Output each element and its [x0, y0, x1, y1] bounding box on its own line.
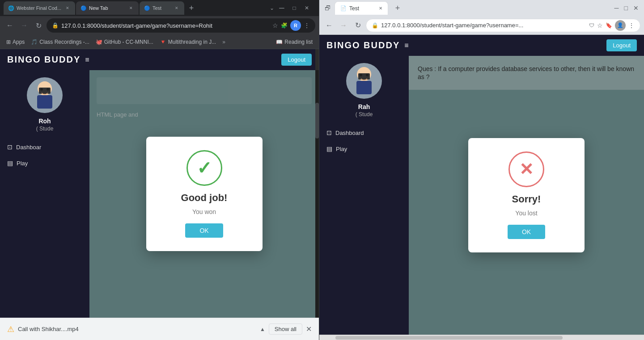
right-dashboard-icon: ⊡: [326, 129, 332, 136]
tab-webster[interactable]: 🌐 Webster Final Cod... ✕: [4, 1, 75, 15]
svg-rect-1: [37, 95, 52, 109]
svg-point-11: [366, 74, 369, 76]
error-circle-icon: ✕: [508, 151, 544, 187]
new-tab-button[interactable]: +: [185, 2, 198, 14]
github-label: GitHub - CC-MNNI...: [104, 39, 153, 45]
reading-list-label: Reading list: [284, 39, 313, 45]
left-modal-ok-button[interactable]: OK: [185, 223, 223, 238]
right-tab-close-icon[interactable]: ✕: [379, 6, 382, 11]
right-modal-subtitle: You lost: [515, 210, 537, 217]
tab-favicon-webster: 🌐: [8, 5, 14, 11]
right-user-role: ( Stude: [356, 111, 373, 118]
window-minimize-button[interactable]: ─: [277, 3, 287, 13]
download-expand-icon[interactable]: ▲: [260, 326, 265, 332]
window-maximize-button[interactable]: □: [289, 3, 299, 13]
class-recordings-label: Class Recordings -...: [39, 39, 89, 45]
back-button[interactable]: ←: [4, 19, 16, 32]
right-play-icon: ▤: [326, 145, 332, 152]
tab-close-newtab[interactable]: ✕: [128, 5, 134, 11]
tab-test[interactable]: 🔵 Test ✕: [140, 1, 184, 15]
right-browser-menu-icon[interactable]: ⋮: [628, 22, 635, 29]
github-bookmark[interactable]: 🐙 GitHub - CC-MNNI...: [93, 38, 156, 46]
svg-point-4: [40, 88, 43, 91]
left-sidebar-play[interactable]: ▤ Play: [0, 155, 89, 171]
right-profile-avatar[interactable]: 👤: [615, 20, 626, 31]
class-recordings-bookmark[interactable]: 🎵 Class Recordings -...: [28, 38, 92, 46]
reading-list-icon: 📖: [276, 39, 283, 45]
download-file-name: Call with Shikhar....mp4: [18, 326, 256, 332]
class-recordings-icon: 🎵: [31, 39, 38, 45]
right-minimize-button[interactable]: ─: [614, 4, 619, 12]
multithreading-icon: 🔻: [160, 39, 166, 45]
tab-newtab[interactable]: 🔵 New Tab ✕: [76, 1, 139, 15]
left-modal: ✓ Good job! You won OK: [146, 137, 263, 251]
left-modal-subtitle: You won: [192, 208, 216, 215]
window-close-button[interactable]: ✕: [302, 3, 312, 13]
right-sidebar-play[interactable]: ▤ Play: [319, 141, 409, 157]
play-label: Play: [17, 160, 28, 167]
right-modal: ✕ Sorry! You lost OK: [468, 138, 585, 252]
svg-point-5: [47, 88, 49, 91]
bookmarks-more-button[interactable]: »: [220, 38, 228, 46]
left-app-title: BINGO BUDDY: [7, 55, 80, 65]
right-reload-button[interactable]: ↻: [352, 19, 364, 32]
right-tab[interactable]: 📄 Test ✕: [335, 1, 388, 15]
right-avatar: [346, 63, 382, 99]
window-controls-left: ⌄ ─ □ ✕: [270, 3, 312, 13]
tab-favicon-newtab: 🔵: [80, 5, 87, 11]
reading-list-button[interactable]: 📖 Reading list: [273, 38, 315, 46]
left-menu-bars-icon[interactable]: ≡: [85, 56, 89, 64]
github-icon: 🐙: [96, 39, 102, 45]
right-forward-button[interactable]: →: [337, 19, 350, 32]
tab-title-webster: Webster Final Cod...: [17, 5, 62, 11]
tab-title-test: Test: [153, 5, 171, 11]
right-modal-ok-button[interactable]: OK: [508, 225, 545, 239]
play-icon: ▤: [7, 160, 13, 167]
tab-favicon-test: 🔵: [144, 5, 150, 11]
star-icon[interactable]: ☆: [272, 22, 278, 29]
right-url-text: 127.0.0.1:8000/student/start-game/game?u…: [381, 22, 586, 29]
right-user-name: Rah: [358, 103, 370, 110]
right-sidebar-dashboard[interactable]: ⊡ Dashboard: [319, 125, 409, 141]
right-star-icon[interactable]: ☆: [597, 22, 603, 29]
url-text: 127.0.0.1:8000/student/start-game/game?u…: [61, 22, 270, 29]
tab-close-webster[interactable]: ✕: [64, 5, 71, 11]
lock-icon: 🔒: [52, 22, 59, 29]
right-horizontal-scrollbar[interactable]: [319, 335, 644, 340]
right-window-icon: 🗗: [325, 4, 331, 12]
right-back-button[interactable]: ←: [323, 19, 335, 32]
right-modal-overlay: ✕ Sorry! You lost OK: [409, 56, 644, 335]
right-lock-icon: 🔒: [372, 22, 378, 29]
download-close-icon[interactable]: ✕: [306, 325, 312, 333]
browser-menu-icon[interactable]: ⋮: [304, 22, 310, 29]
reload-button[interactable]: ↻: [32, 19, 45, 32]
left-avatar: [27, 77, 63, 113]
multithreading-label: Multithreading in J...: [168, 39, 216, 45]
right-new-tab-button[interactable]: +: [392, 2, 403, 14]
profile-avatar[interactable]: R: [290, 20, 301, 31]
address-bar[interactable]: 🔒 127.0.0.1:8000/student/start-game/game…: [47, 18, 315, 33]
right-bookmark-icon[interactable]: 🔖: [606, 22, 612, 29]
forward-button[interactable]: →: [18, 19, 30, 32]
download-warning-icon: ⚠: [7, 324, 14, 334]
apps-bookmark[interactable]: ⊞ Apps: [4, 38, 27, 46]
right-dashboard-label: Dashboard: [335, 130, 364, 136]
left-modal-title: Good job!: [181, 192, 228, 204]
right-logout-button[interactable]: Logout: [606, 39, 637, 51]
right-app-title: BINGO BUDDY: [326, 40, 400, 50]
extension-icon[interactable]: 🧩: [281, 22, 288, 29]
svg-rect-7: [356, 81, 372, 94]
window-chevron-icon[interactable]: ⌄: [270, 5, 274, 11]
right-shield-icon: 🛡: [589, 22, 594, 29]
right-maximize-button[interactable]: □: [624, 4, 628, 12]
svg-point-10: [360, 74, 362, 76]
tab-close-test[interactable]: ✕: [174, 5, 180, 11]
multithreading-bookmark[interactable]: 🔻 Multithreading in J...: [157, 38, 219, 46]
left-sidebar-dashboard[interactable]: ⊡ Dashboar: [0, 139, 89, 155]
right-close-button[interactable]: ✕: [633, 4, 639, 12]
show-all-button[interactable]: Show all: [269, 323, 302, 335]
left-logout-button[interactable]: Logout: [281, 54, 312, 66]
right-play-label: Play: [336, 146, 347, 152]
right-address-bar[interactable]: 🔒 127.0.0.1:8000/student/start-game/game…: [366, 19, 640, 32]
right-menu-bars-icon[interactable]: ≡: [404, 42, 408, 50]
